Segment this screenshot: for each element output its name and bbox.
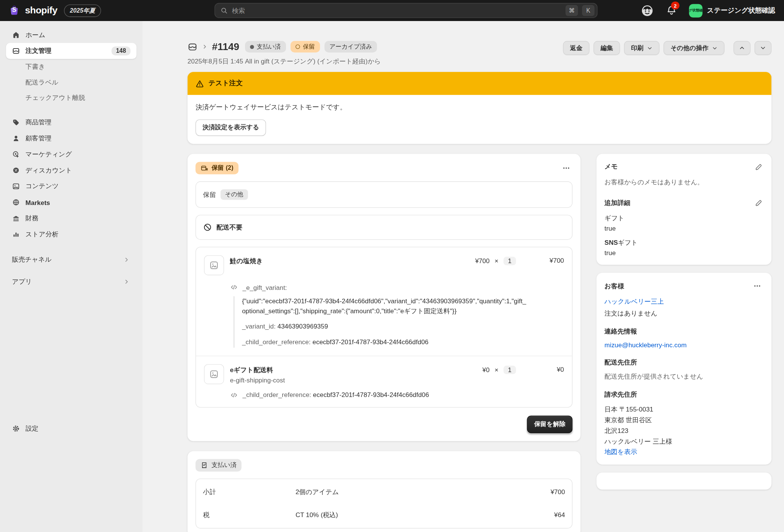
sidebar-item-shipping-labels[interactable]: 配送ラベル: [6, 75, 137, 90]
sidebar-item-label: ホーム: [26, 31, 46, 40]
notes-card: メモ お客様からのメモはありません。 追加詳細: [596, 154, 771, 265]
view-payment-settings-button[interactable]: 決済設定を表示する: [196, 119, 266, 136]
code-icon: [230, 391, 238, 399]
no-shipping-box: 配送不要: [196, 215, 573, 240]
customer-name-link[interactable]: ハックルベリー三上: [604, 297, 664, 306]
order-header: #1149 支払い済 保留 アーカイブ済み 2025年8月5日 1:45 All…: [188, 41, 772, 66]
main-content: #1149 支払い済 保留 アーカイブ済み 2025年8月5日 1:45 All…: [142, 21, 784, 532]
sidebar-section-apps[interactable]: アプリ: [12, 277, 129, 286]
show-map-link[interactable]: 地図を表示: [604, 447, 637, 457]
notifications-button[interactable]: 2: [666, 5, 677, 16]
tag-icon: [12, 119, 20, 127]
order-page-icon: [188, 42, 198, 52]
notes-empty-message: お客様からのメモはありません。: [604, 178, 763, 187]
store-name: ステージング状態確認: [707, 6, 775, 15]
refund-button[interactable]: 返金: [563, 41, 590, 55]
shopify-logo[interactable]: S shopify: [8, 4, 57, 17]
notification-count-badge: 2: [671, 2, 679, 10]
person-icon: [12, 134, 20, 142]
discount-icon: [12, 166, 20, 174]
assistant-icon[interactable]: [640, 4, 654, 17]
sidebar-item-home[interactable]: ホーム: [6, 27, 137, 43]
chevron-up-icon: [739, 45, 745, 51]
meta-variant-id: _variant_id: 43463903969359: [242, 322, 529, 332]
paid-status-badge: 支払い済: [245, 41, 286, 52]
next-order-button[interactable]: [755, 41, 771, 55]
page-title: #1149: [212, 41, 239, 52]
global-search[interactable]: ⌘ K: [214, 3, 597, 18]
product-sku: e-gift-shipping-cost: [230, 376, 477, 384]
sidebar-item-label: 注文管理: [26, 46, 52, 55]
command-key: ⌘: [565, 5, 578, 16]
sidebar-item-finance[interactable]: 財務: [6, 210, 137, 226]
no-shipping-label: 配送不要: [217, 223, 243, 232]
meta-attribute-block: {"uuid":"ececbf37-201f-4787-93b4-24f4c66…: [234, 296, 529, 348]
attribute-sns-gift: SNSギフト true: [604, 238, 763, 257]
sidebar-item-products[interactable]: 商品管理: [6, 114, 137, 130]
order-actions: 返金 編集 印刷 その他の操作: [563, 41, 772, 55]
sidebar-section-sales-channels[interactable]: 販売チャネル: [12, 255, 129, 264]
sidebar-item-discounts[interactable]: ディスカウント: [6, 162, 137, 178]
line-total: ¥0: [516, 366, 564, 373]
hold-reason-label: 保留: [203, 190, 216, 199]
home-icon: [12, 31, 20, 39]
edit-note-button[interactable]: [753, 162, 763, 172]
gear-icon: [12, 425, 20, 433]
subtotal-row: 小計 2個のアイテム ¥700: [203, 480, 565, 503]
sidebar-item-marketing[interactable]: マーケティング: [6, 146, 137, 163]
sidebar-item-settings[interactable]: 設定: [6, 421, 137, 437]
product-name-link[interactable]: eギフト配送料: [230, 366, 477, 375]
shopify-admin: S shopify 2025年夏 ⌘ K: [0, 0, 784, 532]
picture-icon: [12, 182, 20, 190]
target-icon: [12, 150, 20, 158]
search-input[interactable]: [232, 7, 562, 15]
store-avatar: グ状態確: [689, 4, 702, 17]
banner-title: テスト注文: [209, 79, 243, 88]
shipping-address-empty: 配送先住所が提供されていません: [604, 372, 763, 381]
customer-email-link[interactable]: mizue@huckleberry-inc.com: [604, 341, 686, 349]
shipping-address-title: 配送先住所: [604, 358, 763, 367]
unit-price: ¥700: [475, 257, 490, 265]
hold-reason-box: 保留 その他: [196, 181, 573, 208]
product-thumbnail[interactable]: [204, 255, 224, 275]
dot-icon: [250, 45, 253, 49]
sidebar-nav: ホーム 注文管理 148 下書き 配送ラベル チェックアウト離脱 商品管理 顧客…: [0, 21, 142, 532]
product-name-link[interactable]: 鮭の塩焼き: [230, 257, 469, 266]
edit-details-button[interactable]: [753, 198, 763, 208]
bank-icon: [12, 214, 20, 222]
previous-order-button[interactable]: [733, 41, 750, 55]
pencil-icon: [755, 163, 763, 171]
breadcrumb-chevron-icon: [202, 44, 207, 49]
bar-chart-icon: [12, 230, 20, 238]
dots-horizontal-icon: [562, 164, 570, 172]
customer-card-menu-button[interactable]: [751, 281, 764, 291]
hold-card-menu-button[interactable]: [560, 163, 573, 173]
print-button[interactable]: 印刷: [624, 41, 660, 55]
unit-price: ¥0: [482, 366, 490, 374]
chevron-down-icon: [647, 45, 652, 50]
topbar: S shopify 2025年夏 ⌘ K: [0, 0, 784, 21]
paid-badge: 支払い済: [196, 459, 242, 472]
prohibit-icon: [203, 223, 212, 232]
store-menu[interactable]: グ状態確 ステージング状態確認: [689, 4, 775, 17]
product-thumbnail[interactable]: [204, 364, 224, 384]
sidebar-item-drafts[interactable]: 下書き: [6, 59, 137, 74]
order-subtitle: 2025年8月5日 1:45 All in gift (ステージング) (インポ…: [188, 57, 381, 66]
pencil-icon: [755, 199, 763, 207]
orders-count-badge: 148: [111, 46, 131, 55]
sidebar-item-abandoned-checkouts[interactable]: チェックアウト離脱: [6, 90, 137, 105]
sidebar-item-analytics[interactable]: ストア分析: [6, 226, 137, 242]
edit-button[interactable]: 編集: [594, 41, 620, 55]
customer-orders-note: 注文はありません: [604, 309, 763, 318]
banner-message: 決済ゲートウェイサービスはテストモードです。: [196, 103, 764, 112]
sidebar-item-customers[interactable]: 顧客管理: [6, 130, 137, 146]
sidebar-item-orders[interactable]: 注文管理 148: [6, 43, 137, 59]
more-actions-button[interactable]: その他の操作: [663, 41, 724, 55]
meta-attribute-label: _e_gift_variant:: [242, 283, 287, 291]
times-sign: ×: [495, 257, 498, 265]
release-hold-button[interactable]: 保留を解除: [527, 415, 573, 433]
next-card-partial: [596, 472, 771, 489]
notes-title: メモ: [604, 162, 618, 171]
sidebar-item-content[interactable]: コンテンツ: [6, 178, 137, 194]
sidebar-item-markets[interactable]: Markets: [6, 194, 137, 210]
